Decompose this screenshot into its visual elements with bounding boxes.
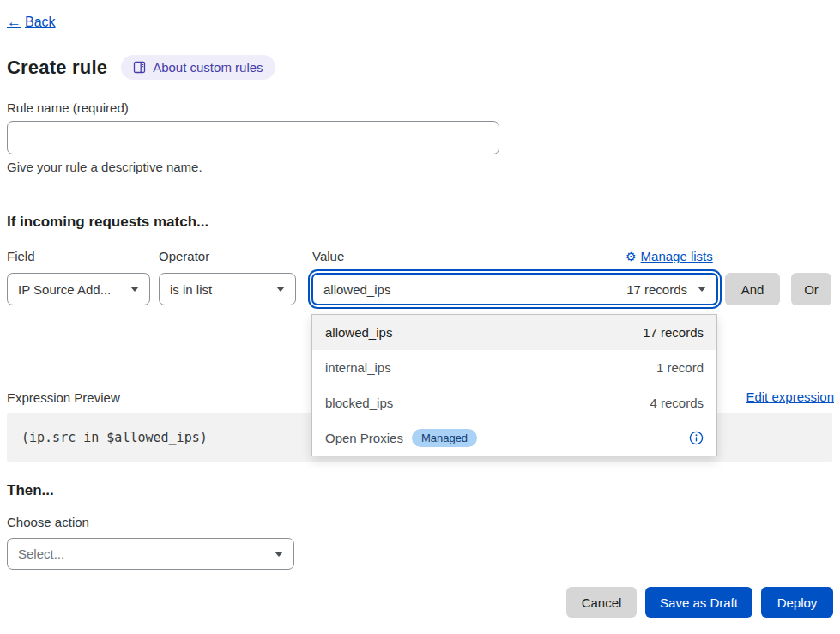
- expression-preview-label: Expression Preview: [7, 390, 120, 405]
- then-section-title: Then...: [7, 482, 54, 499]
- dropdown-item-allowed-ips[interactable]: allowed_ips 17 records: [312, 315, 716, 350]
- section-divider: [0, 196, 832, 196]
- match-section-title: If incoming requests match...: [7, 214, 208, 231]
- choose-action-label: Choose action: [7, 515, 89, 529]
- page-title: Create rule: [7, 57, 107, 79]
- chevron-down-icon: [698, 287, 706, 292]
- manage-lists-link[interactable]: ⚙ Manage lists: [625, 249, 713, 263]
- chevron-down-icon: [275, 552, 283, 557]
- list-name: allowed_ips: [325, 325, 392, 340]
- gear-icon: ⚙: [625, 251, 637, 263]
- operator-select[interactable]: is in list: [159, 273, 296, 305]
- action-select[interactable]: Select...: [7, 538, 294, 570]
- operator-label: Operator: [159, 249, 209, 263]
- list-records: 4 records: [650, 395, 704, 410]
- rule-name-label: Rule name (required): [7, 100, 129, 115]
- value-select[interactable]: allowed_ips 17 records: [311, 273, 718, 305]
- value-label: Value: [312, 249, 344, 263]
- value-select-records: 17 records: [626, 282, 687, 297]
- about-custom-rules-link[interactable]: About custom rules: [121, 55, 275, 80]
- dropdown-item-open-proxies[interactable]: Open Proxies Managed: [312, 420, 716, 456]
- back-link[interactable]: ←Back: [7, 14, 56, 31]
- dropdown-item-blocked-ips[interactable]: blocked_ips 4 records: [312, 385, 716, 420]
- action-select-placeholder: Select...: [18, 546, 64, 561]
- rule-name-input[interactable]: [7, 121, 499, 154]
- managed-badge: Managed: [412, 429, 477, 447]
- about-custom-rules-label: About custom rules: [153, 60, 263, 75]
- chevron-down-icon: [276, 287, 285, 292]
- list-records: 1 record: [656, 360, 704, 375]
- operator-select-value: is in list: [170, 282, 212, 297]
- title-row: Create rule About custom rules: [7, 55, 275, 80]
- field-label: Field: [7, 249, 35, 263]
- value-dropdown-panel: allowed_ips 17 records internal_ips 1 re…: [311, 314, 717, 456]
- save-as-draft-button[interactable]: Save as Draft: [645, 587, 752, 618]
- book-icon: [133, 61, 146, 74]
- dropdown-item-internal-ips[interactable]: internal_ips 1 record: [312, 350, 716, 385]
- field-select[interactable]: IP Source Add...: [7, 273, 150, 305]
- edit-expression-link[interactable]: Edit expression: [746, 389, 834, 404]
- deploy-button[interactable]: Deploy: [761, 587, 833, 618]
- cancel-button[interactable]: Cancel: [566, 587, 637, 618]
- list-records: 17 records: [643, 325, 704, 340]
- field-select-value: IP Source Add...: [18, 282, 111, 297]
- list-name: internal_ips: [325, 360, 391, 375]
- value-select-name: allowed_ips: [323, 282, 390, 297]
- list-name: Open Proxies: [325, 431, 403, 445]
- create-rule-page: ←Back Create rule About custom rules Rul…: [0, 0, 840, 634]
- rule-name-helper: Give your rule a descriptive name.: [7, 160, 202, 174]
- manage-lists-label: Manage lists: [641, 249, 713, 263]
- info-icon[interactable]: [689, 431, 704, 445]
- chevron-down-icon: [130, 287, 139, 292]
- expression-code: (ip.src in $allowed_ips): [21, 430, 208, 445]
- list-name: blocked_ips: [325, 395, 393, 410]
- and-button[interactable]: And: [725, 273, 780, 305]
- or-button[interactable]: Or: [791, 273, 831, 305]
- arrow-left-icon: ←: [7, 14, 21, 31]
- back-label: Back: [25, 15, 56, 30]
